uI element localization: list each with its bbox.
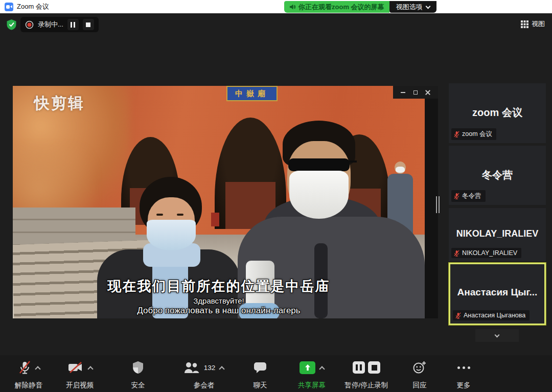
unmute-label: 解除静音 — [15, 381, 42, 390]
chat-label: 聊天 — [254, 381, 267, 390]
participants-button[interactable]: 132 参会者 — [176, 359, 232, 390]
video-window-controls — [393, 86, 438, 99]
pause-recording-icon[interactable] — [353, 361, 365, 374]
participant-display-name: Анастасия Цыг... — [450, 287, 544, 298]
sunglasses — [288, 158, 350, 171]
muted-mic-icon — [453, 193, 460, 199]
watermark-text: 快剪辑 — [34, 93, 85, 114]
stop-recording-icon[interactable] — [368, 361, 380, 374]
shared-screen-window: 中嶽廟 — [13, 86, 438, 318]
camera-muted-icon — [67, 361, 84, 374]
watching-banner: 你正在观看zoom 会议的屏幕 — [284, 1, 389, 13]
recording-label: 录制中... — [38, 20, 63, 29]
chevron-up-icon[interactable] — [319, 366, 325, 372]
participant-tile-winter-camp[interactable]: 冬令营 冬令营 — [449, 146, 546, 205]
muted-mic-icon — [453, 131, 460, 137]
chevron-down-icon — [425, 4, 430, 9]
security-button[interactable]: 安全 — [114, 359, 162, 390]
meeting-top-bar: 录制中... 视图 — [0, 13, 552, 36]
close-icon[interactable] — [425, 90, 430, 95]
participant-display-name: NIKOLAY_IRALIEV — [449, 228, 546, 239]
subtitle-russian-2: Добро пожаловать в наш онлайн-лагерь — [13, 306, 425, 316]
participant-name-label: Анастасия Цыганова — [453, 310, 530, 320]
record-control-label: 暂停/停止录制 — [345, 381, 388, 390]
screen-watch-banner: 你正在观看zoom 会议的屏幕 视图选项 — [284, 1, 436, 13]
maximize-icon[interactable] — [413, 90, 418, 95]
chevron-up-icon[interactable] — [87, 366, 93, 372]
stop-recording-button[interactable] — [83, 19, 94, 30]
participant-display-name: zoom 会议 — [449, 106, 546, 120]
share-screen-icon — [300, 361, 315, 374]
participant-tile-nikolay[interactable]: NIKOLAY_IRALIEV NIKOLAY_IRALIEV — [449, 208, 546, 261]
bottom-toolbar: 解除静音 开启视频 安全 — [0, 355, 552, 392]
more-dots-icon — [457, 366, 470, 369]
record-dot-icon — [25, 20, 34, 29]
participant-tile-zoom-meeting[interactable]: zoom 会议 zoom 会议 — [449, 83, 546, 143]
view-options-label: 视图选项 — [396, 3, 423, 12]
security-shield-icon — [132, 361, 144, 374]
mic-muted-icon — [18, 360, 31, 375]
unmute-button[interactable]: 解除静音 — [5, 359, 52, 390]
reactions-button[interactable]: 回应 — [397, 359, 442, 390]
start-video-button[interactable]: 开启视频 — [55, 359, 104, 390]
share-screen-button[interactable]: 共享屏幕 — [285, 359, 338, 390]
participants-count: 132 — [204, 364, 216, 372]
encryption-shield-icon[interactable] — [6, 19, 17, 30]
os-titlebar: Zoom 会议 — [0, 0, 552, 13]
participant-name-label: zoom 会议 — [451, 128, 496, 140]
participant-name-label: 冬令营 — [451, 190, 486, 202]
kn95-mask — [289, 171, 349, 219]
chat-button[interactable]: 聊天 — [237, 359, 283, 390]
more-label: 更多 — [457, 381, 471, 390]
collapse-participants-button[interactable] — [475, 329, 519, 342]
share-screen-label: 共享屏幕 — [298, 381, 326, 390]
chevron-down-icon — [495, 332, 500, 337]
temple-plaque: 中嶽廟 — [226, 86, 278, 101]
zoom-app-window: Zoom 会议 你正在观看zoom 会议的屏幕 视图选项 录制中... — [0, 0, 552, 392]
recording-indicator: 录制中... — [20, 17, 99, 32]
muted-mic-icon — [453, 250, 460, 257]
chevron-up-icon[interactable] — [219, 366, 225, 372]
participant-tile-anastasia-active-speaker[interactable]: Анастасия Цыг... Анастасия Цыганова — [449, 263, 546, 325]
participant-display-name: 冬令营 — [449, 168, 546, 182]
subtitle-chinese: 现在我们目前所在的位置是中岳庙 — [13, 277, 425, 295]
participants-icon — [184, 361, 199, 374]
start-video-label: 开启视频 — [66, 381, 94, 390]
security-label: 安全 — [131, 381, 145, 390]
participants-label: 参会者 — [194, 381, 215, 390]
panel-resize-handle[interactable] — [436, 196, 440, 213]
subtitles: 现在我们目前所在的位置是中岳庙 Здравствуйте! Добро пожа… — [13, 277, 425, 316]
speaker-icon — [289, 4, 296, 10]
view-button[interactable]: 视图 — [521, 19, 545, 29]
subtitle-russian-1: Здравствуйте! — [13, 296, 425, 305]
surgical-mask — [147, 220, 196, 250]
chevron-up-icon[interactable] — [35, 366, 40, 372]
window-title: Zoom 会议 — [17, 2, 49, 11]
chat-bubble-icon — [254, 361, 267, 374]
grid-view-icon — [521, 20, 528, 28]
shared-video-content: 中嶽廟 — [13, 86, 425, 318]
participant-name-label: NIKOLAY_IRALIEV — [451, 248, 521, 258]
pause-stop-recording-button[interactable]: 暂停/停止录制 — [340, 359, 393, 390]
minimize-icon[interactable] — [401, 92, 405, 93]
muted-mic-icon — [455, 312, 462, 319]
view-label: 视图 — [532, 19, 545, 29]
zoom-app-icon — [5, 3, 13, 11]
watching-banner-text: 你正在观看zoom 会议的屏幕 — [298, 3, 384, 12]
pause-recording-button[interactable] — [67, 19, 79, 30]
reactions-smiley-icon — [412, 361, 427, 374]
more-button[interactable]: 更多 — [442, 359, 486, 390]
reactions-label: 回应 — [413, 381, 427, 390]
view-options-button[interactable]: 视图选项 — [389, 1, 436, 13]
